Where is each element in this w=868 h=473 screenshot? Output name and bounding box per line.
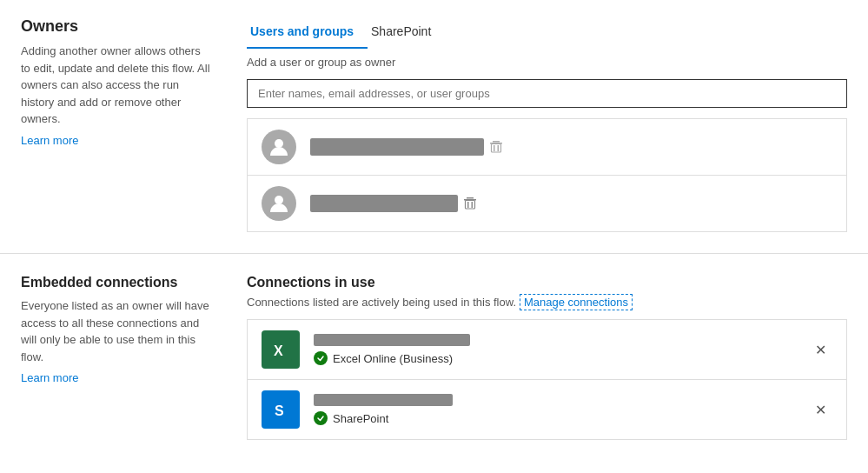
svg-rect-10 bbox=[467, 197, 474, 199]
excel-check-icon bbox=[314, 351, 328, 365]
svg-rect-11 bbox=[466, 201, 475, 210]
svg-rect-5 bbox=[492, 144, 501, 153]
excel-name-bar bbox=[314, 334, 470, 346]
svg-point-0 bbox=[275, 139, 283, 148]
connections-subtitle: Connections listed are actively being us… bbox=[247, 294, 847, 310]
sharepoint-name-bar bbox=[314, 394, 453, 406]
excel-icon: X bbox=[269, 338, 292, 361]
person-icon bbox=[267, 135, 291, 159]
svg-rect-4 bbox=[493, 141, 500, 143]
svg-rect-2 bbox=[498, 145, 500, 151]
connection-list: X Excel Online (Business) bbox=[247, 319, 847, 440]
connections-title: Connections in use bbox=[247, 275, 847, 290]
connections-learn-more-link[interactable]: Learn more bbox=[21, 371, 78, 384]
users-groups-panel: Users and groups SharePoint Add a user o… bbox=[247, 17, 847, 232]
owners-panel: Owners Adding another owner allows other… bbox=[21, 17, 212, 232]
embedded-connections-description: Everyone listed as an owner will have ac… bbox=[21, 297, 212, 365]
tab-bar: Users and groups SharePoint bbox=[247, 17, 847, 49]
sharepoint-app-icon: S bbox=[262, 390, 300, 429]
svg-point-6 bbox=[275, 196, 283, 204]
checkmark-icon bbox=[316, 354, 325, 363]
user-list bbox=[247, 118, 847, 232]
user-avatar-1 bbox=[262, 130, 296, 164]
user-avatar-2 bbox=[262, 186, 296, 221]
user-name-bar-2 bbox=[310, 195, 458, 212]
embedded-connections-title: Embedded connections bbox=[21, 275, 212, 290]
embedded-connections-panel: Embedded connections Everyone listed as … bbox=[21, 275, 212, 459]
connection-row-excel: X Excel Online (Business) bbox=[248, 320, 846, 380]
tab-sharepoint[interactable]: SharePoint bbox=[368, 17, 445, 49]
sharepoint-service-name: SharePoint bbox=[333, 412, 388, 425]
connections-header: Connections in use Connections listed ar… bbox=[247, 275, 847, 310]
sharepoint-check-icon bbox=[314, 411, 328, 425]
sharepoint-connection-info: SharePoint bbox=[314, 394, 808, 425]
svg-text:X: X bbox=[274, 343, 283, 358]
user-row bbox=[248, 176, 846, 231]
svg-text:S: S bbox=[275, 403, 284, 418]
person-icon bbox=[267, 191, 291, 216]
delete-user-1-button[interactable] bbox=[484, 135, 508, 159]
owners-description: Adding another owner allows others to ed… bbox=[21, 43, 212, 128]
excel-connection-info: Excel Online (Business) bbox=[314, 334, 808, 365]
page-container: Owners Adding another owner allows other… bbox=[0, 0, 868, 473]
trash-icon bbox=[462, 196, 478, 211]
sharepoint-connection-label: SharePoint bbox=[314, 411, 808, 425]
owners-title: Owners bbox=[21, 17, 212, 36]
connections-in-use-panel: Connections in use Connections listed ar… bbox=[247, 275, 847, 459]
search-input[interactable] bbox=[247, 79, 847, 108]
trash-icon bbox=[488, 139, 504, 155]
user-row bbox=[248, 119, 846, 176]
checkmark-icon bbox=[316, 414, 325, 423]
connections-subtitle-text: Connections listed are actively being us… bbox=[247, 296, 516, 309]
remove-excel-button[interactable]: ✕ bbox=[808, 337, 832, 362]
excel-service-name: Excel Online (Business) bbox=[333, 352, 453, 365]
section-divider bbox=[0, 253, 868, 254]
user-name-bar-1 bbox=[310, 138, 484, 156]
svg-rect-1 bbox=[494, 145, 495, 151]
owners-learn-more-link[interactable]: Learn more bbox=[21, 134, 78, 147]
delete-user-2-button[interactable] bbox=[458, 191, 482, 216]
remove-sharepoint-button[interactable]: ✕ bbox=[808, 397, 832, 422]
tab-users-groups[interactable]: Users and groups bbox=[247, 17, 368, 49]
manage-connections-link[interactable]: Manage connections bbox=[520, 294, 633, 310]
add-owner-subtitle: Add a user or group as owner bbox=[247, 56, 847, 69]
bottom-section: Embedded connections Everyone listed as … bbox=[0, 261, 868, 473]
svg-rect-7 bbox=[467, 202, 469, 208]
excel-app-icon: X bbox=[262, 330, 300, 369]
connection-row-sharepoint: S SharePoint bbox=[248, 380, 846, 439]
top-section: Owners Adding another owner allows other… bbox=[0, 0, 868, 246]
sharepoint-icon: S bbox=[269, 398, 292, 421]
svg-rect-8 bbox=[472, 202, 474, 208]
excel-connection-label: Excel Online (Business) bbox=[314, 351, 808, 365]
